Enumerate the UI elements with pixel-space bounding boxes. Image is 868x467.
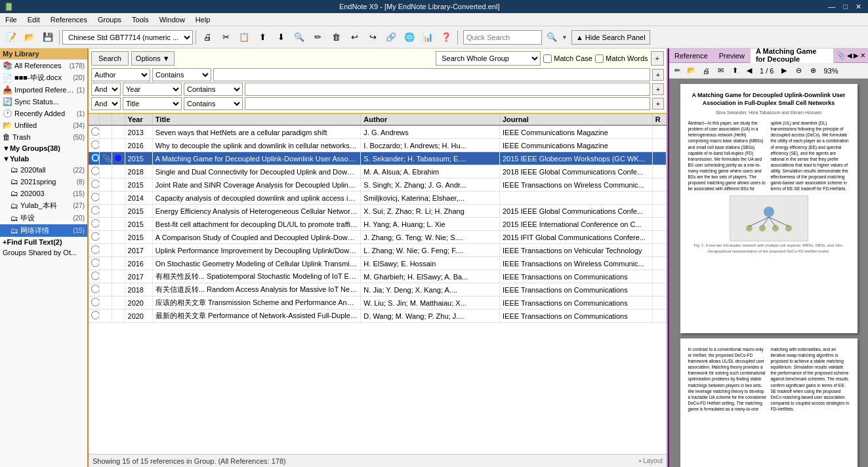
sidebar-item-sync[interactable]: 🔄 Sync Status... [0, 96, 87, 108]
sidebar-item-2020fall[interactable]: 🗂 2020fall (22) [0, 164, 87, 176]
sidebar-item-recently-added[interactable]: 🕐 Recently Added (1) [0, 108, 87, 119]
toolbar-btn9[interactable]: ↩ [346, 29, 363, 46]
open-button[interactable]: 📂 [21, 29, 38, 46]
col-header-radio[interactable] [89, 114, 100, 125]
new-ref-button[interactable]: 📝 [3, 29, 20, 46]
sidebar-item-2021spring[interactable]: 🗂 2021spring (8) [0, 176, 87, 188]
table-row[interactable]: 2013Seven ways that HetNets are a cellul… [89, 125, 667, 139]
zoom-out-button[interactable]: ⊖ [792, 65, 805, 77]
table-row[interactable]: 2014Capacity analysis of decoupled downl… [89, 192, 667, 205]
toolbar-btn13[interactable]: 📊 [419, 29, 436, 46]
add-field-button[interactable]: + [651, 51, 664, 66]
row-radio[interactable] [89, 296, 100, 310]
add-row-2-button[interactable]: + [652, 83, 664, 95]
menu-help[interactable]: Help [193, 15, 213, 24]
toolbar-btn6[interactable]: 🔍 [291, 29, 308, 46]
table-row[interactable]: 2018Single and Dual Connectivity for Dec… [89, 165, 667, 178]
sidebar-item-huanxin[interactable]: 🗂 毕设 (20) [0, 212, 87, 224]
toolbar-btn4[interactable]: ⬆ [254, 29, 271, 46]
table-row[interactable]: 2016Why to decouple the uplink and downl… [89, 139, 667, 152]
attach-icon-right[interactable]: 📎 [837, 51, 846, 60]
sidebar-item-imported[interactable]: 📥 Imported References (1) [0, 84, 87, 96]
ref-table-container[interactable]: Year Title Author Journal R 2013Seven wa… [89, 114, 667, 454]
menu-tools[interactable]: Tools [129, 15, 152, 24]
row-radio[interactable] [89, 244, 100, 257]
zoom-in-button[interactable]: ⊕ [806, 65, 819, 77]
style-dropdown[interactable]: Chinese Std GBT7714 (numeric ... [62, 30, 193, 45]
add-row-1-button[interactable]: + [652, 69, 664, 81]
table-row[interactable]: 2015Joint Rate and SINR Coverage Analysi… [89, 178, 667, 192]
yulab-group-header[interactable]: ▼ Yulab [0, 153, 87, 164]
toolbar-btn10[interactable]: ↪ [364, 29, 381, 46]
row-radio[interactable] [89, 257, 100, 270]
chevron-right-icon[interactable]: ▶ [854, 52, 859, 59]
menu-window[interactable]: Window [157, 15, 188, 24]
table-row[interactable]: 2015Energy Efficiency Analysis of Hetero… [89, 205, 667, 218]
condition-select-3[interactable]: Contains [184, 97, 243, 110]
row-radio[interactable] [89, 192, 100, 205]
match-case-label[interactable]: Match Case [543, 54, 592, 63]
condition-select-1[interactable]: Contains [152, 68, 211, 81]
email-button[interactable]: ✉ [714, 65, 727, 77]
title-bar-controls[interactable]: — □ ✕ [825, 3, 864, 11]
close-tab-icon[interactable]: ✕ [860, 52, 865, 59]
open-pdf-button[interactable]: 📂 [685, 65, 698, 77]
row-radio[interactable] [89, 139, 100, 152]
table-row[interactable]: 2017有相关性反转... Spatiotemporal Stochastic … [89, 270, 667, 283]
match-words-checkbox[interactable] [595, 54, 604, 63]
chevron-left-icon[interactable]: ◀ [847, 52, 852, 59]
condition-select-2[interactable]: Contains [184, 83, 243, 96]
right-panel-content[interactable]: A Matching Game for Decoupled Uplink-Dow… [669, 79, 868, 467]
row-radio[interactable] [89, 152, 100, 165]
quick-search-input[interactable] [463, 30, 542, 45]
col-header-journal[interactable]: Journal [499, 114, 652, 125]
maximize-button[interactable]: □ [840, 3, 850, 11]
field-select-1[interactable]: Author [91, 68, 150, 81]
menu-groups[interactable]: Groups [95, 15, 124, 24]
toolbar-btn12[interactable]: 🌐 [401, 29, 418, 46]
search-scope-select[interactable]: Search Whole Group [436, 51, 541, 66]
sidebar-item-docx[interactable]: 📄 ■■■-毕设.docx (20) [0, 71, 87, 84]
sidebar-item-wangluo[interactable]: 🗂 网络详情 (15) [0, 224, 87, 237]
row-radio[interactable] [89, 205, 100, 218]
toolbar-btn5[interactable]: ⬇ [272, 29, 289, 46]
search-button[interactable]: Search [91, 51, 129, 66]
col-header-status[interactable] [112, 114, 125, 125]
arrow-up-button[interactable]: ⬆ [728, 65, 741, 77]
row-radio[interactable] [89, 178, 100, 192]
col-header-title[interactable]: Title [152, 114, 360, 125]
table-row[interactable]: 2016On Stochastic Geometry Modeling of C… [89, 257, 667, 270]
sidebar-item-unfiled[interactable]: 📂 Unfiled (34) [0, 119, 87, 131]
field-select-2[interactable]: Year [123, 83, 182, 96]
bool-select-2[interactable]: And [91, 83, 121, 96]
table-row[interactable]: 2018有关信道反转... Random Access Analysis for… [89, 283, 667, 296]
menu-references[interactable]: References [48, 15, 90, 24]
toolbar-btn3[interactable]: 📋 [236, 29, 253, 46]
col-header-r[interactable]: R [652, 114, 666, 125]
bool-select-3[interactable]: And [91, 97, 121, 110]
edit-ref-button[interactable]: ✏ [671, 65, 684, 77]
tab-preview[interactable]: Preview [714, 51, 751, 61]
table-row[interactable]: 2020应该的相关文章 Transmission Scheme and Perf… [89, 296, 667, 310]
col-header-year[interactable]: Year [125, 114, 152, 125]
table-row[interactable]: 2017Uplink Performance Improvement by De… [89, 244, 667, 257]
sidebar-item-trash[interactable]: 🗑 Trash (50) [0, 131, 87, 143]
hide-search-button[interactable]: ▲ Hide Search Panel [571, 30, 650, 45]
quick-search-btn[interactable]: 🔍 [543, 29, 560, 46]
close-button[interactable]: ✕ [853, 3, 864, 11]
search-value-2[interactable] [245, 83, 650, 96]
my-groups-header[interactable]: ▼ My Groups (38) [0, 143, 87, 153]
row-radio[interactable] [89, 125, 100, 139]
col-header-author[interactable]: Author [361, 114, 500, 125]
row-radio[interactable] [89, 218, 100, 231]
toolbar-btn1[interactable]: 🖨 [199, 29, 216, 46]
col-header-attach[interactable] [100, 114, 112, 125]
row-radio[interactable] [89, 231, 100, 244]
toolbar-btn7[interactable]: ✏ [309, 29, 326, 46]
match-words-label[interactable]: Match Words [595, 54, 648, 63]
table-row[interactable]: 2015Best-fit cell attachment for decoupl… [89, 218, 667, 231]
next-page-button[interactable]: ▶ [777, 65, 791, 77]
table-row[interactable]: 2015A Comparison Study of Coupled and De… [89, 231, 667, 244]
row-radio[interactable] [89, 270, 100, 283]
field-select-3[interactable]: Title [123, 97, 182, 110]
